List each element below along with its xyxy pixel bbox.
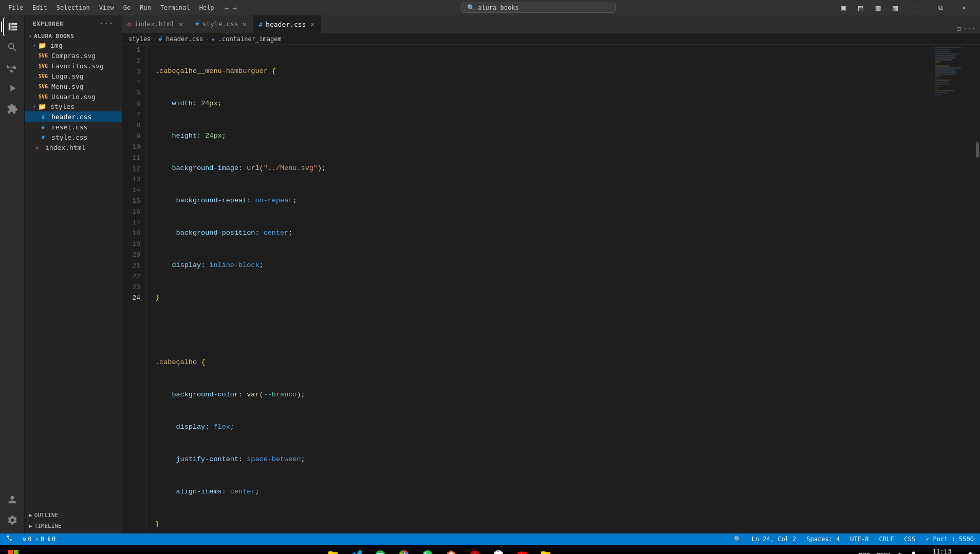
taskbar-vscode[interactable]: [345, 545, 368, 554]
activity-settings[interactable]: [3, 511, 22, 529]
activity-search[interactable]: [3, 38, 22, 56]
code-line-4[interactable]: background-image : url ( "../Menu.svg" )…: [155, 163, 933, 174]
code-line-1[interactable]: .cabeçalho__menu-hamburguer {: [155, 66, 933, 77]
language-mode[interactable]: CSS: [902, 536, 917, 543]
tab-close-button[interactable]: ✕: [309, 20, 315, 29]
taskbar-language[interactable]: PT82: [875, 552, 893, 555]
taskbar-sound[interactable]: [895, 551, 906, 555]
code-line-15[interactable]: }: [155, 519, 933, 530]
taskbar-battery[interactable]: [908, 551, 919, 555]
port-status[interactable]: ✓ Port : 5500: [923, 536, 976, 543]
menu-view[interactable]: View: [95, 3, 118, 12]
scrollbar-thumb[interactable]: [976, 142, 979, 158]
search-box[interactable]: 🔍 alura books: [461, 3, 616, 13]
breadcrumb-styles[interactable]: styles: [128, 35, 151, 43]
code-line-11[interactable]: background-color : var ( --branco );: [155, 390, 933, 400]
file-menu-svg[interactable]: SVG Menu.svg: [25, 81, 122, 91]
menu-edit[interactable]: Edit: [28, 3, 51, 12]
taskbar-penguin[interactable]: 🐧: [464, 545, 486, 554]
code-line-3[interactable]: height : 24px ;: [155, 131, 933, 142]
toggle-layout-button[interactable]: ▦: [887, 2, 903, 14]
tab-index-html[interactable]: ◇ index.html ✕: [122, 15, 190, 33]
code-line-2[interactable]: width : 24px ;: [155, 99, 933, 109]
start-button[interactable]: [4, 546, 23, 554]
close-button[interactable]: ✕: [952, 0, 976, 15]
outline-header[interactable]: ▶ OUTLINE: [25, 510, 122, 521]
activity-run-debug[interactable]: [3, 79, 22, 98]
taskbar-notification[interactable]: [965, 551, 976, 555]
taskbar-whatsapp[interactable]: [416, 545, 439, 554]
indentation[interactable]: Spaces: 4: [804, 536, 842, 543]
styles-folder[interactable]: ▾ 📁 styles: [25, 102, 122, 111]
menu-go[interactable]: Go: [119, 3, 135, 12]
code-line-7[interactable]: display : inline-block ;: [155, 260, 933, 271]
taskbar-spotify[interactable]: [369, 545, 392, 554]
taskbar-files[interactable]: [534, 545, 557, 554]
encoding[interactable]: UTF-8: [848, 536, 871, 543]
restore-button[interactable]: ⧉: [929, 0, 952, 15]
breadcrumb-file[interactable]: # header.css: [159, 35, 204, 43]
file-header-css[interactable]: # header.css: [25, 111, 122, 122]
git-branch[interactable]: [4, 536, 16, 543]
error-count[interactable]: ⊗ 0 ⚠ 0 ℹ 0: [21, 536, 58, 543]
sidebar-actions[interactable]: ···: [99, 20, 114, 28]
code-line-6[interactable]: background-position : center ;: [155, 228, 933, 239]
code-editor[interactable]: 1 2 3 4 5 6 7 8 9 10 11 12 13 14 15 16 1: [122, 45, 933, 533]
code-line-5[interactable]: background-repeat : no-repeat ;: [155, 196, 933, 206]
breadcrumb-selector[interactable]: ⬧ .container_imagem: [211, 35, 282, 43]
tab-close-button[interactable]: ✕: [242, 20, 248, 29]
code-line-10[interactable]: .cabeçalho {: [155, 357, 933, 368]
file-style-css[interactable]: # style.css: [25, 132, 122, 142]
toggle-panel-button[interactable]: ▤: [853, 2, 868, 14]
file-compras-svg[interactable]: SVG Compras.svg: [25, 50, 122, 61]
menu-run[interactable]: Run: [136, 3, 155, 12]
menu-selection[interactable]: Selection: [52, 3, 94, 12]
code-line-9[interactable]: [155, 325, 933, 336]
tab-style-css[interactable]: # style.css ✕: [190, 15, 254, 33]
search-icon-status[interactable]: 🔍: [732, 536, 744, 543]
menu-file[interactable]: File: [4, 3, 27, 12]
menu-bar[interactable]: File Edit Selection View Go Run Terminal…: [4, 3, 218, 12]
activity-explorer[interactable]: [3, 17, 22, 36]
code-line-8[interactable]: }: [155, 293, 933, 303]
project-root[interactable]: ▾ ALURA BOOKS: [25, 32, 122, 41]
img-folder[interactable]: ▾ 📁 img: [25, 41, 122, 50]
activity-accounts[interactable]: [3, 490, 22, 509]
toggle-activity-button[interactable]: ▥: [871, 2, 886, 14]
timeline-header[interactable]: ▶ TIMELINE: [25, 521, 122, 531]
minimize-button[interactable]: —: [905, 0, 929, 15]
scrollbar-track[interactable]: [974, 45, 980, 533]
tab-header-css[interactable]: # header.css ✕: [253, 15, 321, 33]
taskbar-file-explorer[interactable]: [322, 545, 344, 554]
code-line-14[interactable]: align-items : center ;: [155, 487, 933, 498]
menu-terminal[interactable]: Terminal: [156, 3, 194, 12]
file-index-html[interactable]: ◇ index.html: [25, 142, 122, 152]
sidebar-header: EXPLORER ···: [25, 15, 122, 32]
menu-help[interactable]: Help: [195, 3, 218, 12]
code-line-13[interactable]: justify-content : space-between ;: [155, 454, 933, 465]
file-favoritos-svg[interactable]: SVG Favoritos.svg: [25, 61, 122, 71]
file-usuario-svg[interactable]: SVG Usuario.svg: [25, 91, 122, 102]
activity-extensions[interactable]: [3, 100, 22, 118]
file-logo-svg[interactable]: SVG Logo.svg: [25, 71, 122, 81]
split-editor-button[interactable]: ⊟: [956, 25, 960, 33]
line-ending[interactable]: CRLF: [877, 536, 896, 543]
tab-close-button[interactable]: ✕: [178, 20, 184, 29]
taskbar-chrome[interactable]: [393, 545, 415, 554]
more-actions-button[interactable]: ···: [963, 25, 976, 33]
taskbar-brave[interactable]: [440, 545, 463, 554]
taskbar-youtube[interactable]: [511, 545, 533, 554]
cursor-position[interactable]: Ln 24, Col 2: [750, 536, 799, 543]
code-line-12[interactable]: display : flex ;: [155, 422, 933, 433]
code-content[interactable]: .cabeçalho__menu-hamburguer { width : 24…: [147, 45, 933, 533]
taskbar-clock[interactable]: 11:13 12/05/2024: [921, 548, 963, 554]
nav-back-button[interactable]: ←: [225, 3, 230, 13]
taskbar-browser[interactable]: [487, 545, 510, 554]
code-token: [197, 357, 201, 368]
toggle-sidebar-button[interactable]: ▣: [836, 2, 851, 14]
activity-source-control[interactable]: [3, 59, 22, 77]
sidebar-more-actions[interactable]: ···: [99, 20, 114, 28]
file-reset-css[interactable]: # reset.css: [25, 122, 122, 132]
taskbar-network[interactable]: POR: [857, 551, 873, 555]
nav-forward-button[interactable]: →: [232, 3, 237, 13]
